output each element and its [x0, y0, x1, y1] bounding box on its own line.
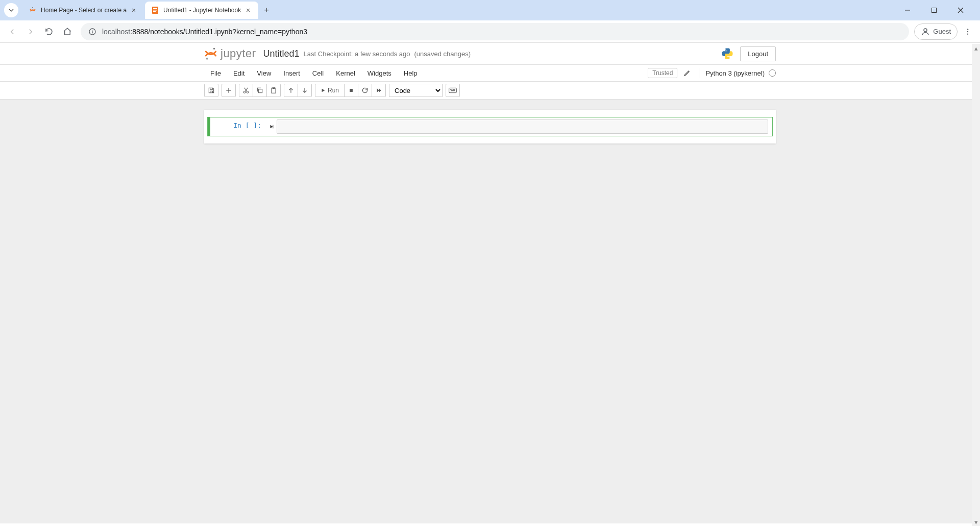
- svg-rect-6: [932, 8, 937, 13]
- svg-point-13: [967, 29, 968, 30]
- svg-rect-34: [454, 89, 455, 89]
- window-controls: [896, 3, 976, 18]
- reload-button[interactable]: [41, 23, 57, 40]
- svg-point-14: [967, 31, 968, 32]
- move-up-button[interactable]: [284, 84, 298, 97]
- chevron-down-icon: [8, 7, 14, 13]
- minimize-button[interactable]: [896, 3, 919, 18]
- interrupt-button[interactable]: [344, 84, 358, 97]
- cell-input[interactable]: [277, 119, 768, 134]
- profile-guest-chip[interactable]: Guest: [914, 23, 958, 40]
- jupyter-favicon-icon: [29, 6, 37, 14]
- paste-button[interactable]: [266, 84, 281, 97]
- back-button[interactable]: [4, 23, 20, 40]
- svg-rect-35: [451, 90, 455, 91]
- menubar-wrap: File Edit View Insert Cell Kernel Widget…: [0, 65, 980, 82]
- browser-tab-inactive[interactable]: Home Page - Select or create a ×: [22, 2, 144, 19]
- restart-run-all-button[interactable]: [372, 84, 386, 97]
- kernel-status-icon: [769, 69, 776, 77]
- save-button[interactable]: [204, 84, 218, 97]
- logout-button[interactable]: Logout: [740, 46, 776, 61]
- notebook-area: In [ ]:: [0, 100, 980, 523]
- play-icon: [321, 88, 326, 93]
- menu-widgets[interactable]: Widgets: [361, 65, 398, 81]
- browser-tab-active[interactable]: Untitled1 - Jupyter Notebook ×: [145, 2, 258, 19]
- notebook-name[interactable]: Untitled1: [263, 49, 300, 59]
- menu-help[interactable]: Help: [398, 65, 424, 81]
- separator: [699, 68, 699, 78]
- url-input[interactable]: localhost:8888/notebooks/Untitled1.ipynb…: [81, 23, 909, 40]
- close-icon[interactable]: ×: [130, 6, 138, 14]
- menu-cell[interactable]: Cell: [306, 65, 330, 81]
- cell-type-select[interactable]: Code: [389, 84, 443, 97]
- close-window-button[interactable]: [949, 3, 972, 18]
- svg-rect-3: [153, 10, 157, 11]
- edit-notebook-button[interactable]: [681, 67, 693, 79]
- unsaved-indicator: (unsaved changes): [414, 50, 471, 58]
- menu-kernel[interactable]: Kernel: [330, 65, 361, 81]
- site-info-icon[interactable]: [88, 27, 97, 36]
- menubar: File Edit View Insert Cell Kernel Widget…: [204, 65, 776, 81]
- svg-point-22: [243, 91, 246, 93]
- jupyter-logo-icon: [204, 47, 217, 60]
- svg-rect-31: [450, 89, 451, 89]
- jupyter-logo[interactable]: jupyter: [204, 47, 256, 60]
- checkpoint-status: Last Checkpoint: a few seconds ago: [304, 50, 410, 58]
- svg-point-16: [213, 48, 215, 50]
- menu-insert[interactable]: Insert: [277, 65, 306, 81]
- new-tab-button[interactable]: +: [259, 3, 274, 17]
- scroll-down-icon[interactable]: ▾: [972, 518, 980, 523]
- svg-point-12: [924, 29, 927, 32]
- command-palette-button[interactable]: [446, 84, 460, 97]
- tab-title: Untitled1 - Jupyter Notebook: [163, 7, 241, 14]
- svg-rect-33: [453, 89, 454, 89]
- person-icon: [921, 27, 930, 36]
- kernel-name[interactable]: Python 3 (ipykernel): [705, 69, 765, 77]
- copy-button[interactable]: [253, 84, 267, 97]
- svg-point-23: [247, 91, 249, 93]
- jupyter-logo-text: jupyter: [220, 47, 256, 60]
- browser-menu-button[interactable]: [960, 23, 976, 40]
- maximize-button[interactable]: [923, 3, 945, 18]
- svg-point-18: [725, 49, 726, 50]
- run-cell-icon[interactable]: [266, 117, 277, 136]
- svg-rect-26: [259, 89, 262, 93]
- close-icon[interactable]: ×: [244, 6, 252, 14]
- menu-edit[interactable]: Edit: [227, 65, 251, 81]
- home-button[interactable]: [59, 23, 76, 40]
- tab-search-button[interactable]: [4, 3, 18, 17]
- jupyter-page: jupyter Untitled1 Last Checkpoint: a few…: [0, 43, 980, 523]
- svg-point-15: [967, 33, 968, 34]
- url-text: localhost:8888/notebooks/Untitled1.ipynb…: [102, 28, 307, 36]
- notebook-header: jupyter Untitled1 Last Checkpoint: a few…: [0, 43, 980, 65]
- toolbar-wrap: Run Code: [0, 82, 980, 100]
- restart-button[interactable]: [358, 84, 372, 97]
- move-down-button[interactable]: [298, 84, 312, 97]
- scrollbar[interactable]: ▴ ▾: [972, 44, 980, 523]
- notebook-container: In [ ]:: [204, 110, 776, 144]
- svg-point-17: [206, 58, 208, 60]
- svg-point-19: [729, 57, 730, 58]
- menu-file[interactable]: File: [204, 65, 227, 81]
- cell-prompt: In [ ]:: [210, 117, 266, 136]
- forward-button[interactable]: [22, 23, 39, 40]
- toolbar: Run Code: [204, 82, 776, 99]
- trusted-indicator[interactable]: Trusted: [648, 68, 677, 78]
- run-label: Run: [328, 87, 339, 94]
- scroll-up-icon[interactable]: ▴: [972, 44, 980, 52]
- svg-rect-2: [153, 8, 157, 9]
- svg-rect-32: [451, 89, 452, 89]
- browser-chrome: Home Page - Select or create a × Untitle…: [0, 0, 980, 43]
- code-cell[interactable]: In [ ]:: [207, 117, 773, 136]
- svg-point-0: [32, 7, 33, 8]
- add-cell-button[interactable]: [222, 84, 236, 97]
- svg-rect-4: [153, 11, 156, 12]
- menu-view[interactable]: View: [251, 65, 277, 81]
- cut-button[interactable]: [239, 84, 253, 97]
- guest-label: Guest: [933, 28, 951, 35]
- tab-strip: Home Page - Select or create a × Untitle…: [0, 0, 980, 20]
- svg-rect-29: [350, 89, 353, 92]
- svg-point-11: [92, 30, 92, 30]
- notebook-favicon-icon: [151, 6, 159, 14]
- run-button[interactable]: Run: [315, 84, 345, 97]
